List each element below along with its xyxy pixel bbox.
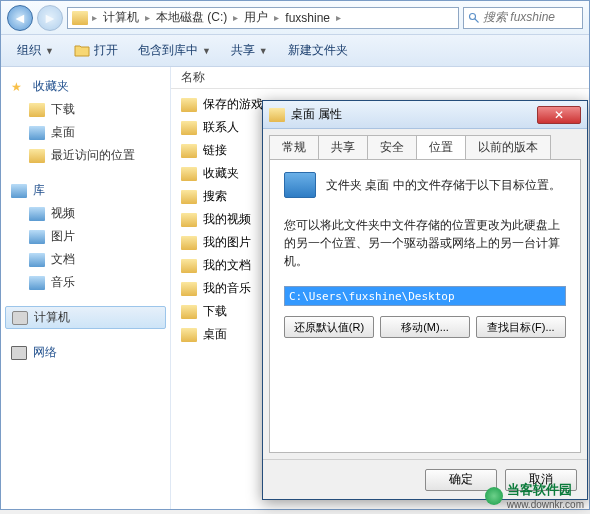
svg-point-0	[470, 13, 476, 19]
tabs: 常规 共享 安全 位置 以前的版本	[269, 135, 581, 159]
chevron-right-icon: ▸	[233, 12, 238, 23]
sidebar-item-computer[interactable]: 计算机	[5, 306, 166, 329]
folder-icon	[181, 98, 197, 112]
favorites-group: ★收藏夹 下载 桌面 最近访问的位置	[5, 75, 166, 167]
chevron-right-icon: ▸	[274, 12, 279, 23]
search-placeholder: 搜索 fuxshine	[483, 9, 555, 26]
nav-toolbar: ◄ ► ▸ 计算机 ▸ 本地磁盘 (C:) ▸ 用户 ▸ fuxshine ▸ …	[1, 1, 589, 35]
dialog-body: 常规 共享 安全 位置 以前的版本 文件夹 桌面 中的文件存储于以下目标位置。 …	[263, 129, 587, 459]
chevron-down-icon: ▼	[45, 46, 54, 56]
share-menu[interactable]: 共享▼	[223, 38, 276, 63]
monitor-icon	[284, 172, 316, 198]
folder-icon	[181, 144, 197, 158]
search-icon	[468, 12, 480, 24]
dialog-titlebar[interactable]: 桌面 属性 ✕	[263, 101, 587, 129]
nav-pane: ★收藏夹 下载 桌面 最近访问的位置 库 视频 图片 文档 音乐 计算机 网络	[1, 67, 171, 509]
crumb-users[interactable]: 用户	[242, 9, 270, 26]
folder-icon	[181, 121, 197, 135]
folder-icon	[181, 328, 197, 342]
panel-line1: 文件夹 桌面 中的文件存储于以下目标位置。	[326, 177, 561, 194]
folder-icon	[181, 167, 197, 181]
folder-icon	[181, 305, 197, 319]
organize-menu[interactable]: 组织▼	[9, 38, 62, 63]
close-button[interactable]: ✕	[537, 106, 581, 124]
tab-security[interactable]: 安全	[367, 135, 417, 159]
folder-icon	[181, 282, 197, 296]
chevron-down-icon: ▼	[259, 46, 268, 56]
search-input[interactable]: 搜索 fuxshine	[463, 7, 583, 29]
folder-icon	[29, 149, 45, 163]
folder-icon	[72, 11, 88, 25]
sidebar-item-music[interactable]: 音乐	[5, 271, 166, 294]
open-icon	[74, 43, 90, 59]
sidebar-item-downloads[interactable]: 下载	[5, 98, 166, 121]
properties-dialog: 桌面 属性 ✕ 常规 共享 安全 位置 以前的版本 文件夹 桌面 中的文件存储于…	[262, 100, 588, 500]
chevron-right-icon: ▸	[145, 12, 150, 23]
crumb-user[interactable]: fuxshine	[283, 11, 332, 25]
crumb-computer[interactable]: 计算机	[101, 9, 141, 26]
forward-button[interactable]: ►	[37, 5, 63, 31]
sidebar-item-recent[interactable]: 最近访问的位置	[5, 144, 166, 167]
library-icon	[11, 184, 27, 198]
column-header-name[interactable]: 名称	[171, 67, 589, 89]
svg-line-1	[475, 18, 479, 22]
libraries-group: 库 视频 图片 文档 音乐	[5, 179, 166, 294]
star-icon: ★	[11, 80, 27, 94]
panel-description: 您可以将此文件夹中文件存储的位置更改为此硬盘上的另一个位置、另一个驱动器或网络上…	[284, 216, 566, 270]
folder-icon	[181, 259, 197, 273]
tab-panel-location: 文件夹 桌面 中的文件存储于以下目标位置。 您可以将此文件夹中文件存储的位置更改…	[269, 159, 581, 453]
folder-icon	[269, 108, 285, 122]
address-bar[interactable]: ▸ 计算机 ▸ 本地磁盘 (C:) ▸ 用户 ▸ fuxshine ▸	[67, 7, 459, 29]
folder-icon	[181, 236, 197, 250]
libraries-header[interactable]: 库	[5, 179, 166, 202]
sidebar-item-network[interactable]: 网络	[5, 341, 166, 364]
computer-group: 计算机	[5, 306, 166, 329]
restore-default-button[interactable]: 还原默认值(R)	[284, 316, 374, 338]
find-target-button[interactable]: 查找目标(F)...	[476, 316, 566, 338]
picture-icon	[29, 230, 45, 244]
tab-general[interactable]: 常规	[269, 135, 319, 159]
tab-sharing[interactable]: 共享	[318, 135, 368, 159]
include-library-menu[interactable]: 包含到库中▼	[130, 38, 219, 63]
sidebar-item-videos[interactable]: 视频	[5, 202, 166, 225]
dialog-title: 桌面 属性	[291, 106, 342, 123]
crumb-drive[interactable]: 本地磁盘 (C:)	[154, 9, 229, 26]
desktop-icon	[29, 126, 45, 140]
command-toolbar: 组织▼ 打开 包含到库中▼ 共享▼ 新建文件夹	[1, 35, 589, 67]
video-icon	[29, 207, 45, 221]
favorites-header[interactable]: ★收藏夹	[5, 75, 166, 98]
music-icon	[29, 276, 45, 290]
chevron-right-icon: ▸	[336, 12, 341, 23]
ok-button[interactable]: 确定	[425, 469, 497, 491]
move-button[interactable]: 移动(M)...	[380, 316, 470, 338]
network-icon	[11, 346, 27, 360]
sidebar-item-desktop[interactable]: 桌面	[5, 121, 166, 144]
tab-location[interactable]: 位置	[416, 135, 466, 159]
folder-icon	[181, 190, 197, 204]
sidebar-item-documents[interactable]: 文档	[5, 248, 166, 271]
tab-previous[interactable]: 以前的版本	[465, 135, 551, 159]
folder-icon	[181, 213, 197, 227]
chevron-down-icon: ▼	[202, 46, 211, 56]
back-button[interactable]: ◄	[7, 5, 33, 31]
network-group: 网络	[5, 341, 166, 364]
dialog-footer: 确定 取消	[263, 459, 587, 499]
sidebar-item-pictures[interactable]: 图片	[5, 225, 166, 248]
computer-icon	[12, 311, 28, 325]
chevron-right-icon: ▸	[92, 12, 97, 23]
new-folder-button[interactable]: 新建文件夹	[280, 38, 356, 63]
open-button[interactable]: 打开	[66, 38, 126, 63]
folder-icon	[29, 103, 45, 117]
document-icon	[29, 253, 45, 267]
path-input[interactable]	[284, 286, 566, 306]
cancel-button[interactable]: 取消	[505, 469, 577, 491]
